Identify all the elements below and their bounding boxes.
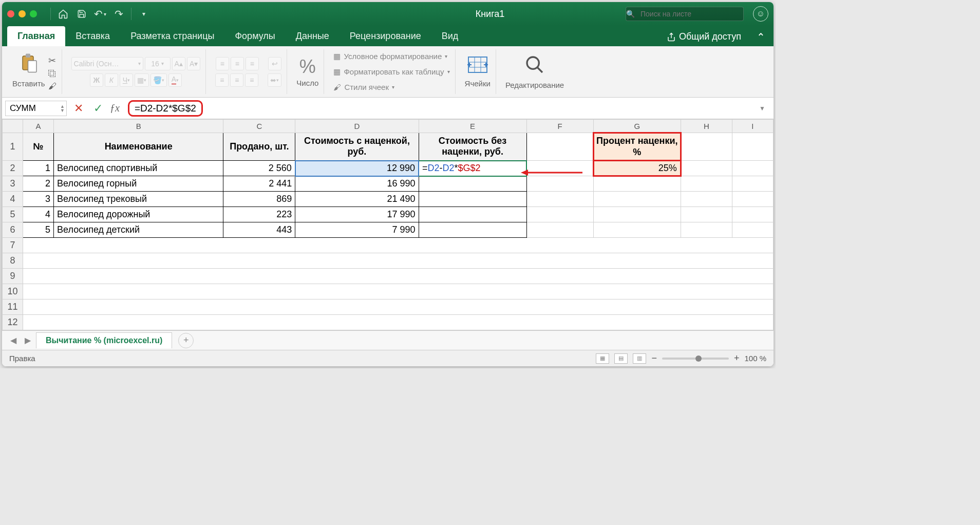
align-right-icon[interactable]: ≡ xyxy=(245,73,258,87)
cell-D6[interactable]: 7 990 xyxy=(295,222,419,238)
cell-D4[interactable]: 21 490 xyxy=(295,192,419,207)
cell-B4[interactable]: Велосипед трековый xyxy=(54,192,223,207)
row-header-2[interactable]: 2 xyxy=(3,161,23,176)
row-header-9[interactable]: 9 xyxy=(3,269,23,284)
paste-icon[interactable] xyxy=(19,53,39,79)
redo-icon[interactable]: ↷ xyxy=(111,6,126,22)
cell-F4[interactable] xyxy=(526,192,593,207)
undo-icon[interactable]: ↶ ▾ xyxy=(92,6,108,22)
font-name-select[interactable]: Calibri (Осн…▾ xyxy=(71,57,143,70)
cell-H2[interactable] xyxy=(681,161,732,176)
cell-H4[interactable] xyxy=(681,192,732,207)
cancel-formula-icon[interactable]: ✕ xyxy=(71,102,86,115)
find-icon[interactable] xyxy=(524,54,545,80)
fill-color-button[interactable]: 🪣▾ xyxy=(150,73,167,87)
zoom-level[interactable]: 100 % xyxy=(744,354,766,363)
cells-icon[interactable] xyxy=(467,56,488,78)
decrease-font-icon[interactable]: A▾ xyxy=(187,57,200,70)
cell-C2[interactable]: 2 560 xyxy=(223,161,295,176)
cell-A1[interactable]: № xyxy=(23,133,54,161)
maximize-window-button[interactable] xyxy=(30,10,37,17)
row-header-3[interactable]: 3 xyxy=(3,176,23,192)
col-header-E[interactable]: E xyxy=(419,120,526,133)
feedback-icon[interactable]: ☺ xyxy=(753,6,768,22)
zoom-in-button[interactable]: + xyxy=(734,353,740,364)
sheet-tab-active[interactable]: Вычитание % (microexcel.ru) xyxy=(36,332,172,348)
select-all-corner[interactable] xyxy=(3,120,23,133)
cell-F1[interactable] xyxy=(526,133,593,161)
search-input[interactable] xyxy=(626,7,744,21)
collapse-ribbon-icon[interactable]: ⌃ xyxy=(748,28,774,46)
cell-F3[interactable] xyxy=(526,176,593,192)
row-header-7[interactable]: 7 xyxy=(3,238,23,253)
underline-button[interactable]: Ч▾ xyxy=(120,73,133,87)
format-as-table-button[interactable]: ▦Форматировать как таблицу▾ xyxy=(333,65,449,79)
cell-B5[interactable]: Велосипед дорожный xyxy=(54,207,223,222)
cell-H1[interactable] xyxy=(681,133,732,161)
cell-D1[interactable]: Стоимость с наценкой, руб. xyxy=(295,133,419,161)
cell-I5[interactable] xyxy=(732,207,773,222)
zoom-slider[interactable] xyxy=(662,358,729,360)
share-button[interactable]: Общий доступ xyxy=(659,27,748,46)
col-header-I[interactable]: I xyxy=(732,120,773,133)
tab-view[interactable]: Вид xyxy=(431,26,469,46)
cell-I1[interactable] xyxy=(732,133,773,161)
row-header-8[interactable]: 8 xyxy=(3,253,23,269)
row-header-1[interactable]: 1 xyxy=(3,133,23,161)
cell-A3[interactable]: 2 xyxy=(23,176,54,192)
borders-button[interactable]: ▦▾ xyxy=(135,73,149,87)
cell-F2[interactable] xyxy=(526,161,593,176)
cell-F5[interactable] xyxy=(526,207,593,222)
cell-B1[interactable]: Наименование xyxy=(54,133,223,161)
cell-E4[interactable] xyxy=(419,192,526,207)
copy-icon[interactable]: ⿻ xyxy=(48,69,56,79)
cell-E6[interactable] xyxy=(419,222,526,238)
cell-E1[interactable]: Стоимость без наценки, руб. xyxy=(419,133,526,161)
cell-H6[interactable] xyxy=(681,222,732,238)
format-painter-icon[interactable]: 🖌 xyxy=(48,82,56,91)
tab-page-layout[interactable]: Разметка страницы xyxy=(120,26,224,46)
wrap-text-icon[interactable]: ↩ xyxy=(268,57,281,70)
cell-I3[interactable] xyxy=(732,176,773,192)
row-header-6[interactable]: 6 xyxy=(3,222,23,238)
minimize-window-button[interactable] xyxy=(18,10,26,17)
align-bottom-icon[interactable]: ≡ xyxy=(246,57,259,70)
row-header-11[interactable]: 11 xyxy=(3,299,23,315)
cell-E2[interactable]: =D2-D2*$G$2 xyxy=(419,161,526,176)
view-page-layout-icon[interactable]: ▤ xyxy=(614,353,628,364)
align-top-icon[interactable]: ≡ xyxy=(216,57,229,70)
col-header-H[interactable]: H xyxy=(681,120,732,133)
fx-icon[interactable]: ƒx xyxy=(110,102,120,114)
formula-input[interactable]: =D2-D2*$G$2 xyxy=(124,98,750,119)
cell-B2[interactable]: Велосипед спортивный xyxy=(54,161,223,176)
increase-font-icon[interactable]: A▴ xyxy=(172,57,185,70)
view-normal-icon[interactable]: ▦ xyxy=(596,353,609,364)
cell-C5[interactable]: 223 xyxy=(223,207,295,222)
italic-button[interactable]: К xyxy=(105,73,118,87)
col-header-A[interactable]: A xyxy=(23,120,54,133)
cell-G3[interactable] xyxy=(593,176,681,192)
align-center-icon[interactable]: ≡ xyxy=(230,73,243,87)
cell-styles-button[interactable]: 🖌Стили ячеек▾ xyxy=(333,81,394,94)
tab-home[interactable]: Главная xyxy=(7,26,65,46)
col-header-F[interactable]: F xyxy=(526,120,593,133)
tab-data[interactable]: Данные xyxy=(286,26,340,46)
cell-G6[interactable] xyxy=(593,222,681,238)
qat-customize-icon[interactable]: ▾ xyxy=(136,6,152,22)
cell-B3[interactable]: Велосипед горный xyxy=(54,176,223,192)
cell-G1[interactable]: Процент наценки, % xyxy=(593,133,681,161)
row-header-5[interactable]: 5 xyxy=(3,207,23,222)
tab-formulas[interactable]: Формулы xyxy=(224,26,285,46)
add-sheet-button[interactable]: + xyxy=(178,333,194,348)
cell-B6[interactable]: Велосипед детский xyxy=(54,222,223,238)
cell-E3[interactable] xyxy=(419,176,526,192)
col-header-C[interactable]: C xyxy=(223,120,295,133)
cell-H3[interactable] xyxy=(681,176,732,192)
row-header-10[interactable]: 10 xyxy=(3,284,23,299)
cell-A4[interactable]: 3 xyxy=(23,192,54,207)
col-header-D[interactable]: D xyxy=(295,120,419,133)
font-size-select[interactable]: 16▾ xyxy=(145,57,171,70)
namebox-spinner-icon[interactable]: ▲▼ xyxy=(60,104,65,113)
cell-G2[interactable]: 25% xyxy=(593,161,681,176)
merge-cells-icon[interactable]: ⬌▾ xyxy=(268,73,281,87)
